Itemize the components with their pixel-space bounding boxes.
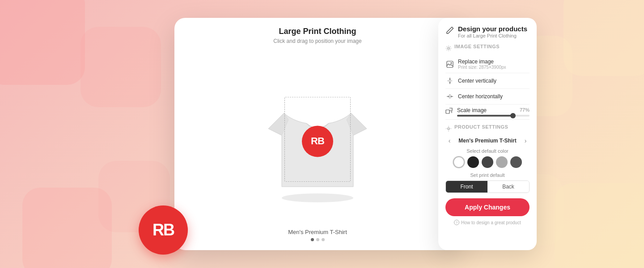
- rb-logo-large: RB: [139, 205, 188, 255]
- svg-point-5: [451, 62, 452, 63]
- image-settings-label: Image settings: [454, 44, 500, 49]
- product-settings-section: Product settings ‹ Men's Premium T-Shirt…: [445, 124, 530, 225]
- panel-subtitle: For all Large Print Clothing: [458, 33, 527, 38]
- next-product-button[interactable]: ›: [521, 137, 530, 145]
- color-swatch-dark-gray[interactable]: [482, 156, 493, 168]
- bg-shape: [555, 183, 644, 268]
- tshirt-preview-area[interactable]: RB: [183, 50, 452, 225]
- replace-image-icon: [445, 60, 454, 69]
- replace-image-sub: Print size: 2875×3900px: [458, 65, 506, 70]
- product-settings-label: Product settings: [454, 124, 508, 130]
- bg-shape: [564, 0, 644, 76]
- svg-rect-12: [446, 110, 449, 113]
- svg-point-3: [448, 47, 449, 49]
- settings-gear-icon: [445, 45, 452, 51]
- scale-value: 77%: [520, 107, 530, 113]
- help-icon: ?: [454, 220, 459, 225]
- bg-shape: [0, 0, 85, 85]
- pencil-icon: [445, 26, 454, 35]
- replace-image-item[interactable]: Replace image Print size: 2875×3900px: [445, 55, 530, 73]
- center-horizontal-icon: [445, 92, 454, 101]
- center-horizontally-label: Center horizontally: [458, 93, 530, 100]
- card-subtitle: Click and drag to position your image: [273, 38, 361, 44]
- print-default-label: Set print default: [445, 172, 530, 178]
- apply-changes-button[interactable]: Apply Changes: [445, 198, 530, 216]
- panel-header: Design your products For all Large Print…: [445, 25, 530, 38]
- color-swatch-gray[interactable]: [510, 156, 522, 168]
- center-vertically-item[interactable]: Center vertically: [445, 73, 530, 89]
- settings-panel: Design your products For all Large Print…: [438, 18, 537, 250]
- center-vertical-icon: [445, 76, 454, 85]
- dot-2[interactable]: [316, 238, 319, 241]
- product-settings-icon: [445, 126, 452, 132]
- carousel-dots: [288, 238, 347, 241]
- scale-slider-thumb[interactable]: [510, 113, 516, 118]
- product-preview-card: Large Print Clothing Click and drag to p…: [174, 18, 461, 250]
- product-type-label: Men's Premium T-Shirt: [458, 138, 517, 144]
- rb-logo-on-shirt: RB: [302, 126, 333, 157]
- color-swatch-black[interactable]: [467, 156, 479, 168]
- svg-point-13: [448, 128, 449, 130]
- replace-image-label: Replace image: [458, 59, 506, 65]
- color-swatches: [445, 156, 530, 168]
- print-toggle: Front Back: [445, 180, 530, 193]
- dot-3[interactable]: [322, 238, 325, 241]
- scale-slider-track[interactable]: [457, 115, 530, 117]
- center-vertically-label: Center vertically: [458, 78, 530, 84]
- help-text: How to design a great product: [461, 220, 521, 225]
- dot-1[interactable]: [311, 238, 314, 241]
- svg-text:?: ?: [456, 221, 458, 225]
- print-front-button[interactable]: Front: [446, 181, 487, 193]
- card-footer: Men's Premium T-Shirt: [288, 225, 347, 241]
- scale-label: Scale image: [457, 107, 487, 113]
- product-name-label: Men's Premium T-Shirt: [288, 229, 347, 235]
- panel-title: Design your products: [458, 25, 527, 33]
- svg-point-0: [282, 193, 353, 202]
- color-swatch-light-gray[interactable]: [496, 156, 508, 168]
- product-nav: ‹ Men's Premium T-Shirt ›: [445, 135, 530, 148]
- select-color-label: Select default color: [445, 148, 530, 154]
- image-settings-section: Image settings Replace image Print size:…: [445, 44, 530, 120]
- svg-rect-4: [447, 61, 453, 67]
- card-title: Large Print Clothing: [279, 27, 356, 36]
- bg-shape: [80, 27, 161, 107]
- prev-product-button[interactable]: ‹: [445, 137, 453, 145]
- scale-image-item[interactable]: Scale image 77%: [445, 105, 530, 120]
- help-link[interactable]: ? How to design a great product: [445, 220, 530, 225]
- color-swatch-white[interactable]: [453, 156, 465, 168]
- center-horizontally-item[interactable]: Center horizontally: [445, 89, 530, 105]
- scale-slider-fill: [457, 115, 513, 117]
- print-back-button[interactable]: Back: [487, 181, 529, 193]
- scale-icon: [445, 108, 454, 117]
